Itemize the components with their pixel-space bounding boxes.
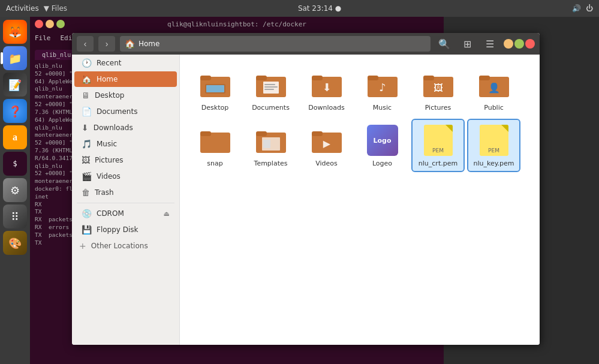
svg-text:♪: ♪ [379,81,386,94]
topbar: Activities ▼ Files Sat 23:14 ● 🔊 ⏻ [0,0,599,17]
dock-icon-terminal[interactable]: $ [3,152,27,176]
trash-icon: 🗑 [82,188,90,197]
svg-rect-8 [264,86,278,88]
file-item-pictures[interactable]: 🖼 Pictures [413,64,463,115]
file-label-downloads: Downloads [308,104,344,112]
file-item-nlu-crt-pem[interactable]: PEM nlu_crt.pem [413,120,463,171]
file-label-desktop: Desktop [201,104,228,112]
terminal-menu-file[interactable]: File [35,34,51,42]
file-item-logeo[interactable]: Logo Logeo [357,120,408,171]
svg-rect-27 [263,140,270,148]
sidebar-item-music[interactable]: 🎵 Music [74,136,177,152]
file-grid: Desktop [189,64,530,171]
file-item-documents[interactable]: Documents [245,64,296,115]
music-folder-icon: ♪ [366,68,399,101]
power-icon[interactable]: ⏻ [586,4,593,13]
logeo-icon: Logo [366,124,399,157]
file-manager-window: ‹ › 🏠 Home 🔍 ⊞ ☰ − □ ✕ 🕐 Recent [72,33,540,345]
svg-rect-3 [206,85,224,92]
music-icon: 🎵 [82,139,92,149]
fm-minimize-btn[interactable]: − [504,39,513,49]
sidebar-label-pictures: Pictures [95,156,124,164]
file-item-templates[interactable]: Templates [245,120,296,171]
dock-icon-app-grid[interactable]: ⠿ [3,204,27,228]
sidebar-item-cdrom[interactable]: 💿 CDROM ⏏ [74,206,177,221]
sidebar-item-trash[interactable]: 🗑 Trash [74,185,177,200]
sidebar-label-cdrom: CDROM [97,209,124,218]
fm-window-controls: − □ ✕ [504,39,535,49]
file-label-snap: snap [207,160,222,167]
svg-rect-25 [256,131,267,136]
terminal-min-btn[interactable] [46,20,54,28]
fm-body: 🕐 Recent 🏠 Home 🖥 Desktop 📄 Documents ⬇ [72,55,540,345]
add-icon: + [79,241,86,251]
topbar-center: Sat 23:14 ● [67,4,572,13]
file-label-documents: Documents [252,104,290,112]
terminal-close-btn[interactable] [35,20,43,28]
svg-rect-5 [256,76,267,80]
sidebar-label-floppy: Floppy Disk [97,225,139,234]
activities-label[interactable]: Activities [6,4,39,13]
pictures-icon: 🖼 [82,155,90,165]
fm-content: Desktop [180,55,540,345]
dock-icon-gimp[interactable]: 🎨 [3,231,27,255]
svg-rect-11 [312,76,323,80]
terminal-max-btn[interactable] [56,20,65,28]
main-layout: 🦊📁📝❓a$⚙⠿🎨 qlik@qliknluinsightbot: /etc/d… [0,17,599,364]
file-item-desktop[interactable]: Desktop [189,64,240,115]
sidebar-item-downloads[interactable]: ⬇ Downloads [74,120,177,136]
desktop-folder-icon [198,68,232,101]
dock-icon-settings[interactable]: ⚙ [3,178,27,202]
downloads-icon: ⬇ [82,123,89,133]
fm-breadcrumb[interactable]: 🏠 Home [120,36,431,52]
floppy-icon: 💾 [82,225,92,234]
files-menu-label[interactable]: ▼ Files [44,4,67,13]
videos-folder-icon: ▶ [310,124,344,157]
fm-menu-button[interactable]: ☰ [481,36,499,52]
fm-close-btn[interactable]: ✕ [525,39,535,49]
file-item-videos[interactable]: ▶ Videos [301,120,352,171]
file-label-templates: Templates [254,160,288,167]
volume-icon[interactable]: 🔊 [572,4,581,13]
dock-icon-firefox[interactable]: 🦊 [3,20,27,44]
dock-icon-amazon[interactable]: a [3,125,27,149]
file-label-music: Music [373,104,392,112]
sidebar-label-home: Home [97,75,118,83]
breadcrumb-label: Home [139,40,159,48]
recent-icon: 🕐 [82,58,92,68]
sidebar-label-recent: Recent [97,59,121,67]
sidebar-item-home[interactable]: 🏠 Home [74,71,177,87]
cdrom-eject-icon[interactable]: ⏏ [164,210,170,218]
sidebar-item-recent[interactable]: 🕐 Recent [74,55,177,71]
svg-text:🖼: 🖼 [434,82,443,94]
dock-icon-text-editor[interactable]: 📝 [3,73,27,97]
file-item-nlu-key-pem[interactable]: PEM nlu_key.pem [468,120,519,171]
cdrom-icon: 💿 [82,209,92,218]
documents-folder-icon [254,68,288,101]
documents-icon: 📄 [82,107,92,116]
svg-rect-1 [200,76,211,80]
fm-toolbar: ‹ › 🏠 Home 🔍 ⊞ ☰ − □ ✕ [72,33,540,55]
sidebar-item-pictures[interactable]: 🖼 Pictures [74,152,177,168]
fm-view-button[interactable]: ⊞ [458,36,476,52]
file-label-nlu-crt-pem: nlu_crt.pem [419,160,457,167]
sidebar-item-desktop[interactable]: 🖥 Desktop [74,88,177,103]
file-item-downloads[interactable]: ⬇ Downloads [301,64,352,115]
sidebar-item-floppy[interactable]: 💾 Floppy Disk [74,222,177,237]
file-label-pictures: Pictures [425,104,451,112]
sidebar-add-location[interactable]: + Other Locations [72,238,179,254]
sidebar-label-videos: Videos [97,172,121,181]
sidebar-item-videos[interactable]: 🎬 Videos [74,169,177,184]
fm-search-button[interactable]: 🔍 [435,36,453,52]
sidebar-item-documents[interactable]: 📄 Documents [74,104,177,119]
dock-icon-help[interactable]: ❓ [3,99,27,123]
dock-icon-files[interactable]: 📁 [3,46,27,70]
sidebar-label-documents: Documents [97,107,137,116]
file-item-music[interactable]: ♪ Music [357,64,408,115]
file-item-snap[interactable]: snap [189,120,240,171]
fm-maximize-btn[interactable]: □ [514,39,524,49]
file-item-public[interactable]: 👤 Public [468,64,519,115]
svg-text:⬇: ⬇ [322,81,331,94]
fm-forward-button[interactable]: › [98,36,115,52]
fm-back-button[interactable]: ‹ [77,36,94,52]
